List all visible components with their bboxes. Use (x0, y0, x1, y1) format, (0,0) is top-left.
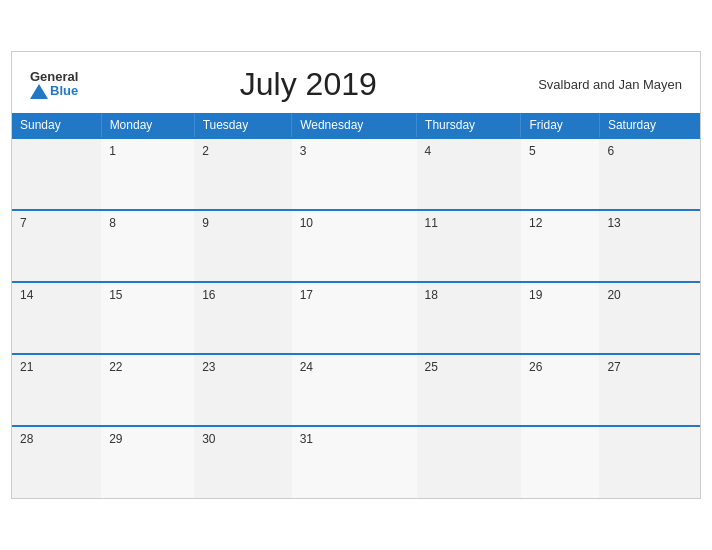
calendar-cell: 30 (194, 426, 292, 498)
day-header-tuesday: Tuesday (194, 113, 292, 138)
calendar-cell: 15 (101, 282, 194, 354)
day-number: 27 (607, 360, 620, 374)
day-number: 4 (425, 144, 432, 158)
day-header-friday: Friday (521, 113, 599, 138)
day-number: 24 (300, 360, 313, 374)
calendar-cell: 12 (521, 210, 599, 282)
day-number: 6 (607, 144, 614, 158)
day-number: 10 (300, 216, 313, 230)
calendar-cell: 29 (101, 426, 194, 498)
calendar-cell: 3 (292, 138, 417, 210)
calendar-cell: 11 (417, 210, 521, 282)
day-number: 23 (202, 360, 215, 374)
day-number: 29 (109, 432, 122, 446)
day-number: 8 (109, 216, 116, 230)
day-number: 15 (109, 288, 122, 302)
calendar-cell: 19 (521, 282, 599, 354)
day-header-wednesday: Wednesday (292, 113, 417, 138)
calendar-cell: 16 (194, 282, 292, 354)
day-number: 18 (425, 288, 438, 302)
calendar-cell (12, 138, 101, 210)
day-header-monday: Monday (101, 113, 194, 138)
calendar-cell: 7 (12, 210, 101, 282)
week-row-3: 14151617181920 (12, 282, 700, 354)
calendar-cell: 17 (292, 282, 417, 354)
day-header-sunday: Sunday (12, 113, 101, 138)
day-number: 13 (607, 216, 620, 230)
day-number: 16 (202, 288, 215, 302)
day-number: 28 (20, 432, 33, 446)
calendar-cell: 23 (194, 354, 292, 426)
day-number: 9 (202, 216, 209, 230)
day-number: 26 (529, 360, 542, 374)
calendar-cell: 10 (292, 210, 417, 282)
day-number: 17 (300, 288, 313, 302)
calendar-cell: 14 (12, 282, 101, 354)
calendar-cell: 18 (417, 282, 521, 354)
day-number: 5 (529, 144, 536, 158)
calendar-cell: 22 (101, 354, 194, 426)
calendar-cell: 24 (292, 354, 417, 426)
calendar-header: General Blue July 2019 Svalbard and Jan … (12, 52, 700, 113)
region-label: Svalbard and Jan Mayen (538, 77, 682, 92)
logo-general-text: General (30, 70, 78, 84)
calendar-cell: 2 (194, 138, 292, 210)
day-number: 2 (202, 144, 209, 158)
calendar-cell: 9 (194, 210, 292, 282)
calendar-cell: 21 (12, 354, 101, 426)
day-number: 11 (425, 216, 438, 230)
day-number: 19 (529, 288, 542, 302)
day-number: 25 (425, 360, 438, 374)
day-headers-row: SundayMondayTuesdayWednesdayThursdayFrid… (12, 113, 700, 138)
day-header-saturday: Saturday (599, 113, 700, 138)
day-number: 22 (109, 360, 122, 374)
logo: General Blue (30, 70, 78, 99)
calendar-cell: 8 (101, 210, 194, 282)
day-number: 30 (202, 432, 215, 446)
calendar-cell: 4 (417, 138, 521, 210)
week-row-4: 21222324252627 (12, 354, 700, 426)
week-row-1: 123456 (12, 138, 700, 210)
day-header-thursday: Thursday (417, 113, 521, 138)
week-row-5: 28293031 (12, 426, 700, 498)
calendar-cell: 31 (292, 426, 417, 498)
calendar-cell (417, 426, 521, 498)
day-number: 31 (300, 432, 313, 446)
day-number: 21 (20, 360, 33, 374)
calendar-cell: 20 (599, 282, 700, 354)
logo-triangle-icon (30, 84, 48, 99)
day-number: 14 (20, 288, 33, 302)
day-number: 3 (300, 144, 307, 158)
calendar-cell: 28 (12, 426, 101, 498)
calendar-container: General Blue July 2019 Svalbard and Jan … (11, 51, 701, 499)
calendar-cell (521, 426, 599, 498)
calendar-title: July 2019 (78, 66, 538, 103)
calendar-cell: 5 (521, 138, 599, 210)
day-number: 12 (529, 216, 542, 230)
day-number: 1 (109, 144, 116, 158)
calendar-cell: 25 (417, 354, 521, 426)
calendar-cell: 1 (101, 138, 194, 210)
day-number: 20 (607, 288, 620, 302)
calendar-cell: 6 (599, 138, 700, 210)
week-row-2: 78910111213 (12, 210, 700, 282)
calendar-cell: 27 (599, 354, 700, 426)
logo-blue-row: Blue (30, 84, 78, 99)
calendar-cell: 13 (599, 210, 700, 282)
calendar-cell (599, 426, 700, 498)
calendar-grid: SundayMondayTuesdayWednesdayThursdayFrid… (12, 113, 700, 498)
logo-blue-text: Blue (50, 84, 78, 98)
day-number: 7 (20, 216, 27, 230)
calendar-cell: 26 (521, 354, 599, 426)
